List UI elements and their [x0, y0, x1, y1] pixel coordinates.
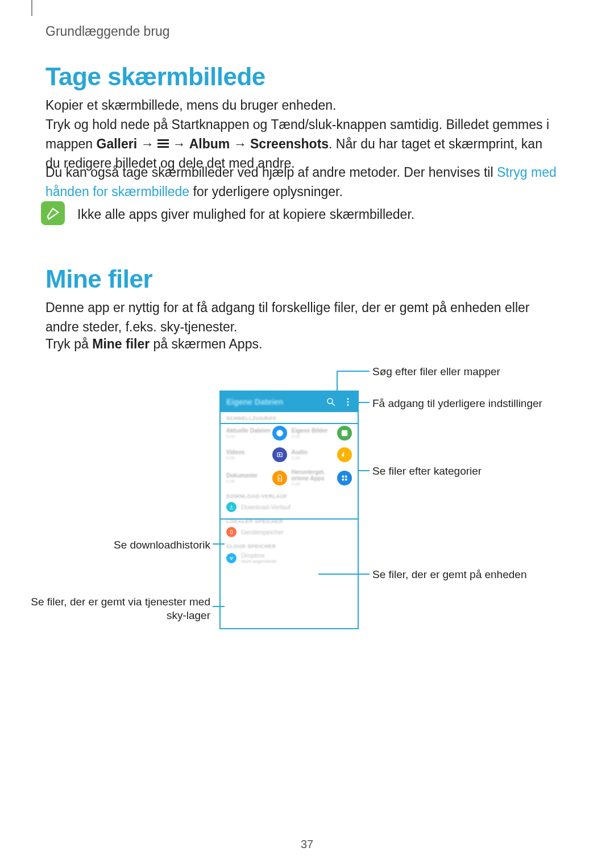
ann-search: Søg efter filer eller mapper: [372, 365, 554, 379]
phone-title: Eigene Dateien: [226, 397, 283, 406]
header-rule: [31, 0, 32, 16]
device-icon: [226, 527, 237, 537]
para-screenshot-1: Kopier et skærmbillede, mens du bruger e…: [45, 95, 557, 115]
ann-downloads: Se downloadhistorik: [85, 538, 210, 552]
note-icon: [41, 201, 65, 225]
svg-rect-12: [230, 530, 232, 534]
search-icon[interactable]: [326, 397, 336, 407]
ann-more: Få adgang til yderligere indstillinger: [372, 397, 554, 410]
svg-point-0: [327, 398, 333, 404]
more-icon[interactable]: [343, 397, 353, 407]
note-text: Ikke alle apps giver mulighed for at kop…: [77, 201, 414, 224]
phone-titlebar: Eigene Dateien: [221, 392, 358, 412]
row-cloud-storage[interactable]: DropboxNicht angemeldet: [221, 549, 358, 567]
heading-myfiles: Mine filer: [45, 265, 152, 293]
svg-point-4: [347, 404, 349, 406]
heading-screenshot: Tage skærmbillede: [45, 63, 265, 91]
para-myfiles-1: Denne app er nyttig for at få adgang til…: [45, 298, 557, 337]
callout-categories: [219, 423, 359, 520]
cloud-icon: [226, 553, 237, 563]
section-label: Grundlæggende brug: [45, 24, 170, 39]
row-device-storage[interactable]: Gerätespeicher: [221, 524, 358, 540]
ann-categories: Se filer efter kategorier: [372, 464, 554, 478]
ann-cloud: Se filer, der er gemt via tjenester med …: [23, 595, 210, 622]
para-screenshot-3: Du kan også tage skærmbilleder ved hjælp…: [45, 163, 557, 201]
phone-sec1: SCHNELLZUGRIFF: [221, 412, 358, 421]
hamburger-icon: [157, 139, 169, 148]
svg-point-2: [347, 398, 349, 400]
ann-device: Se filer, der er gemt på enheden: [372, 568, 554, 582]
svg-line-1: [332, 403, 335, 406]
svg-point-3: [347, 401, 349, 403]
note-row: Ikke alle apps giver mulighed for at kop…: [41, 201, 414, 225]
para-myfiles-2: Tryk på Mine filer på skærmen Apps.: [45, 334, 557, 354]
phone-sec4: CLOUD SPEICHER: [221, 540, 358, 549]
page-number: 37: [0, 838, 614, 851]
